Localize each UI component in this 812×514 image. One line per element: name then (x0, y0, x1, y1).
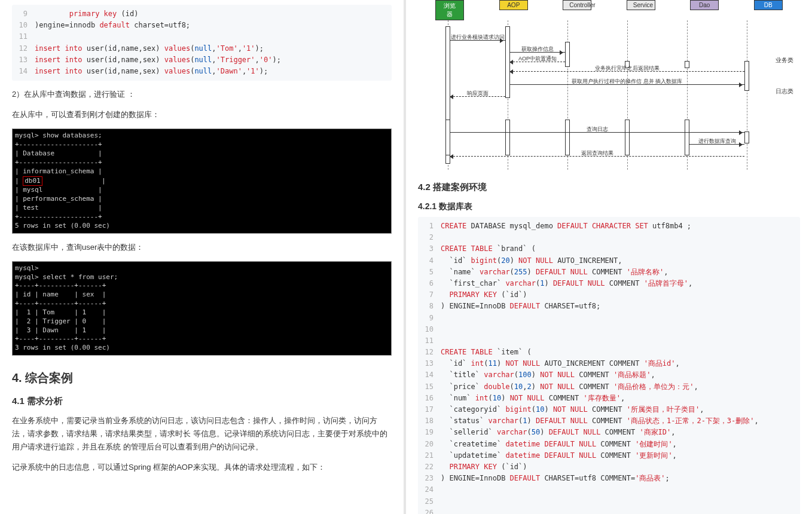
heading-4-2: 4.2 搭建案例环境 (418, 182, 800, 193)
heading-4-2-1: 4.2.1 数据库表 (418, 201, 800, 212)
codeblock-insert: 9 primary key (id)10)engine=innodb defau… (12, 5, 392, 81)
heading-4-1: 4.1 需求分析 (12, 396, 392, 407)
terminal-user-select: mysql>mysql> select * from user;+----+--… (12, 261, 392, 356)
sequence-diagram: 浏览器AOPControllerServiceDaoDB进行业务模块请求访问获取… (418, 0, 800, 170)
terminal-databases: mysql> show databases;+-----------------… (12, 128, 392, 233)
paragraph-req-1: 在业务系统中，需要记录当前业务系统的访问日志，该访问日志包含：操作人，操作时间，… (12, 414, 392, 454)
left-page: 9 primary key (id)10)engine=innodb defau… (0, 0, 406, 514)
paragraph-query-user: 在该数据库中，查询user表中的数据： (12, 241, 392, 254)
paragraph-verify: 2）在从库中查询数据，进行验证 ： (12, 88, 392, 101)
paragraph-slave-db: 在从库中，可以查看到刚才创建的数据库： (12, 108, 392, 121)
right-page: 浏览器AOPControllerServiceDaoDB进行业务模块请求访问获取… (406, 0, 812, 514)
codeblock-ddl: 1CREATE DATABASE mysql_demo DEFAULT CHAR… (418, 217, 800, 514)
paragraph-req-2: 记录系统中的日志信息，可以通过Spring 框架的AOP来实现。具体的请求处理流… (12, 461, 392, 474)
heading-4: 4. 综合案例 (12, 370, 392, 386)
